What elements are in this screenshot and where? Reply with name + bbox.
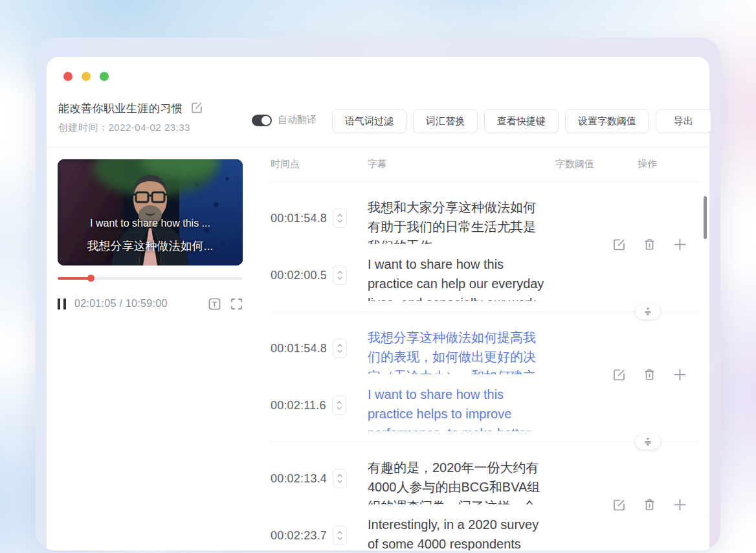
close-window-button[interactable] bbox=[63, 72, 72, 81]
timestamp-value[interactable]: 00:02:23.7 bbox=[271, 529, 327, 543]
subtitle-toggle-icon[interactable] bbox=[208, 298, 221, 310]
auto-translate-toggle[interactable] bbox=[252, 115, 272, 126]
window-frame: 能改善你职业生涯的习惯 创建时间：2022-04-02 23:33 自动翻译 语… bbox=[36, 38, 720, 550]
subtitle-text-en[interactable]: I want to share how this practice can he… bbox=[368, 254, 562, 301]
subtitle-table: 时间点 字幕 字数阈值 操作 00:01:54.8 bbox=[271, 158, 699, 550]
add-subtitle-icon[interactable] bbox=[673, 368, 687, 381]
delete-subtitle-icon[interactable] bbox=[643, 238, 656, 251]
delete-subtitle-icon[interactable] bbox=[643, 368, 656, 381]
timestamp-stepper[interactable] bbox=[333, 209, 347, 228]
timestamp-stepper[interactable] bbox=[333, 339, 347, 358]
vocab-replace-button[interactable]: 词汇替换 bbox=[413, 109, 478, 133]
zoom-window-button[interactable] bbox=[100, 72, 109, 81]
subtitle-text-zh[interactable]: 我想分享这种做法如何提高我 们的表现，如何做出更好的决 定（无论大小），和如何建… bbox=[368, 328, 562, 374]
header-actions: 操作 bbox=[638, 158, 699, 170]
seek-bar[interactable] bbox=[58, 275, 243, 282]
add-subtitle-icon[interactable] bbox=[673, 498, 687, 512]
seek-fill bbox=[58, 277, 91, 280]
video-subtitle-en: I want to share how this ... bbox=[58, 218, 243, 229]
subtitle-group: 00:02:13.4 有趣的是，2020年一份大约有 4000人参与的由BCG和… bbox=[271, 442, 699, 550]
seek-handle[interactable] bbox=[87, 275, 94, 282]
page-title: 能改善你职业生涯的习惯 bbox=[58, 101, 183, 116]
pause-button[interactable] bbox=[58, 299, 66, 310]
header-word-threshold: 字数阈值 bbox=[555, 158, 638, 170]
edit-subtitle-icon[interactable] bbox=[612, 368, 626, 381]
table-scrollbar[interactable] bbox=[704, 196, 707, 239]
app-window: 能改善你职业生涯的习惯 创建时间：2022-04-02 23:33 自动翻译 语… bbox=[0, 0, 756, 553]
row-actions bbox=[612, 498, 687, 512]
timestamp-stepper[interactable] bbox=[332, 396, 346, 415]
subtitle-group-active: 00:01:54.8 我想分享这种做法如何提高我 们的表现，如何做出更好的决 定… bbox=[271, 312, 699, 442]
edit-title-icon[interactable] bbox=[190, 101, 203, 114]
window-controls bbox=[63, 72, 109, 81]
created-time-label: 创建时间：2022-04-02 23:33 bbox=[58, 122, 190, 134]
table-row: 00:02:23.7 Interestingly, in a 2020 surv… bbox=[271, 515, 699, 550]
header-timestamp: 时间点 bbox=[271, 158, 368, 170]
minimize-window-button[interactable] bbox=[82, 72, 91, 81]
header-subtitle: 字幕 bbox=[368, 158, 555, 170]
table-row: 00:02:00.5 I want to share how this prac… bbox=[271, 254, 699, 311]
timestamp-value[interactable]: 00:01:54.8 bbox=[271, 342, 327, 356]
timestamp-value[interactable]: 00:01:54.8 bbox=[271, 212, 327, 225]
playback-time: 02:01:05 / 10:59:00 bbox=[74, 298, 168, 310]
toolbar: 语气词过滤 词汇替换 查看快捷键 设置字数阈值 导出 bbox=[332, 109, 711, 133]
timestamp-stepper[interactable] bbox=[333, 265, 347, 285]
timestamp-value[interactable]: 00:02:13.4 bbox=[271, 472, 327, 486]
subtitle-text-en[interactable]: Interestingly, in a 2020 survey of some … bbox=[368, 515, 562, 550]
timestamp-stepper[interactable] bbox=[333, 526, 347, 545]
subtitle-text-zh[interactable]: 有趣的是，2020年一份大约有 4000人参与的由BCG和BVA组 织的调查问卷… bbox=[368, 458, 562, 504]
player-controls: 02:01:05 / 10:59:00 bbox=[58, 294, 243, 313]
auto-translate-label: 自动翻译 bbox=[278, 114, 317, 126]
header-divider bbox=[47, 147, 709, 148]
set-word-threshold-button[interactable]: 设置字数阈值 bbox=[565, 109, 649, 133]
export-button[interactable]: 导出 bbox=[656, 109, 711, 133]
timestamp-value[interactable]: 00:02:11.6 bbox=[271, 399, 326, 412]
subtitle-text-zh[interactable]: 我想和大家分享这种做法如何 有助于我们的日常生活尤其是 我们的工作 bbox=[368, 198, 562, 244]
view-shortcuts-button[interactable]: 查看快捷键 bbox=[484, 109, 559, 133]
timestamp-value[interactable]: 00:02:00.5 bbox=[271, 269, 327, 282]
edit-subtitle-icon[interactable] bbox=[612, 498, 626, 512]
subtitle-group: 00:01:54.8 我想和大家分享这种做法如何 有助于我们的日常生活尤其是 我… bbox=[271, 182, 699, 312]
add-subtitle-icon[interactable] bbox=[673, 238, 687, 251]
row-actions bbox=[612, 368, 687, 381]
fullscreen-icon[interactable] bbox=[230, 298, 243, 310]
timestamp-stepper[interactable] bbox=[333, 469, 347, 488]
edit-subtitle-icon[interactable] bbox=[612, 238, 626, 251]
delete-subtitle-icon[interactable] bbox=[643, 498, 656, 512]
table-header: 时间点 字幕 字数阈值 操作 bbox=[271, 158, 699, 182]
video-subtitle-zh: 我想分享这种做法如何... bbox=[58, 238, 243, 254]
app-card: 能改善你职业生涯的习惯 创建时间：2022-04-02 23:33 自动翻译 语… bbox=[47, 57, 709, 550]
subtitle-text-en[interactable]: I want to share how this practice helps … bbox=[368, 385, 562, 431]
row-actions bbox=[612, 238, 687, 251]
toggle-knob bbox=[261, 116, 271, 125]
video-player[interactable]: I want to share how this ... 我想分享这种做法如何.… bbox=[58, 159, 243, 265]
filler-word-filter-button[interactable]: 语气词过滤 bbox=[332, 109, 406, 133]
table-row: 00:02:11.6 I want to share how this prac… bbox=[271, 385, 699, 442]
